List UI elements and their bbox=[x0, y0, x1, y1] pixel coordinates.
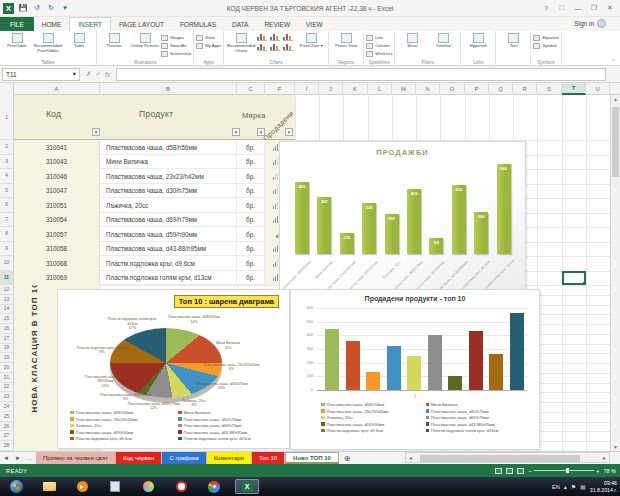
sales-bar[interactable] bbox=[295, 182, 309, 254]
row-header-17[interactable]: 17 bbox=[0, 334, 14, 344]
cell-code[interactable]: 310043 bbox=[14, 155, 100, 170]
column-header-A[interactable]: A bbox=[14, 83, 100, 95]
row-header-9[interactable]: 9 bbox=[0, 242, 14, 257]
cell-unit[interactable]: бр. bbox=[237, 227, 265, 242]
clock[interactable]: 09:46 31.8.2014 г. bbox=[590, 480, 617, 493]
column-header-F[interactable]: F bbox=[265, 83, 295, 95]
sign-in[interactable]: Sign in bbox=[574, 19, 606, 28]
taskbar-icon-paint[interactable] bbox=[136, 479, 160, 494]
ribbon-tab-home[interactable]: HOME bbox=[34, 17, 70, 31]
cell-product[interactable]: Пластмасова чаша, 23х23/h42мм bbox=[100, 169, 237, 184]
ribbon-button-column[interactable]: Column bbox=[366, 42, 392, 49]
cell-product[interactable]: Пластм.подложка кръг, d9.6см bbox=[100, 256, 237, 271]
top10-bar[interactable] bbox=[510, 313, 524, 390]
scroll-left-icon[interactable]: ◄ bbox=[408, 455, 413, 461]
ribbon-tab-data[interactable]: DATA bbox=[224, 17, 256, 31]
row-header-23[interactable]: 23 bbox=[0, 392, 14, 402]
cell-code[interactable]: 310069 bbox=[14, 271, 100, 286]
zoom-level[interactable]: 78 % bbox=[603, 468, 616, 474]
filter-dropdown-sold[interactable]: ▾ bbox=[285, 128, 293, 136]
cell-unit[interactable]: бр. bbox=[237, 256, 265, 271]
row-header-14[interactable]: 14 bbox=[0, 305, 14, 315]
tray-expand-icon[interactable]: ▴ bbox=[564, 483, 567, 490]
row-header-2[interactable]: 2 bbox=[0, 140, 14, 155]
cell-unit[interactable]: бр. bbox=[237, 184, 265, 199]
taskbar-icon-excel[interactable]: X bbox=[235, 479, 259, 494]
cell-code[interactable]: 310068 bbox=[14, 256, 100, 271]
page-break-view-icon[interactable] bbox=[517, 468, 524, 474]
sheet-tab-пример-за-червен-цвят[interactable]: Пример за червен цвят bbox=[36, 452, 116, 464]
column-header-J[interactable]: J bbox=[319, 83, 343, 95]
sales-bar[interactable] bbox=[497, 164, 511, 254]
horizontal-scrollbar[interactable]: ◄ ► bbox=[405, 452, 610, 463]
name-box-dropdown-icon[interactable]: ▾ bbox=[73, 70, 76, 78]
row-header-1[interactable]: 1 bbox=[0, 95, 14, 140]
chart-sales[interactable]: ПРОДАЖБИ450Пластмасова чаша, d58/h56мм35… bbox=[279, 141, 526, 293]
zoom-thumb[interactable] bbox=[566, 468, 569, 473]
ribbon-button-timeline[interactable]: Timeline bbox=[428, 32, 458, 49]
ribbon-button-my-apps[interactable]: My Apps bbox=[196, 42, 221, 49]
sheet-grid[interactable]: 1234567891011121314151617181920212223242… bbox=[0, 95, 620, 451]
cell-unit[interactable]: бр. bbox=[237, 198, 265, 213]
vertical-scrollbar[interactable]: ▲ ▼ bbox=[610, 95, 620, 451]
ribbon-button-screenshot[interactable]: Screenshot bbox=[161, 50, 191, 57]
collapse-ribbon-icon[interactable]: ⌃ bbox=[611, 58, 616, 65]
row-header-26[interactable]: 26 bbox=[0, 422, 14, 432]
row-header-27[interactable]: 27 bbox=[0, 431, 14, 441]
ribbon-button-text[interactable]: Text bbox=[498, 32, 528, 49]
chart-sold-top10[interactable]: Продадени продукти - топ 106005004003002… bbox=[290, 289, 540, 450]
column-header-M[interactable]: M bbox=[392, 83, 416, 95]
zoom-slider[interactable]: − + bbox=[528, 468, 599, 474]
row-header-15[interactable]: 15 bbox=[0, 314, 14, 324]
close-icon[interactable]: ✕ bbox=[602, 0, 618, 16]
row-header-21[interactable]: 21 bbox=[0, 373, 14, 383]
column-header-R[interactable]: R bbox=[513, 83, 537, 95]
column-header-B[interactable]: B bbox=[100, 83, 237, 95]
column-header-U[interactable]: U bbox=[586, 83, 610, 95]
minimize-icon[interactable]: — bbox=[570, 0, 586, 16]
scroll-up-icon[interactable]: ▲ bbox=[613, 96, 618, 102]
row-header-22[interactable]: 22 bbox=[0, 383, 14, 393]
taskbar-icon-start[interactable] bbox=[4, 479, 28, 494]
sheet-tab-с-графика[interactable]: С графика bbox=[162, 452, 206, 464]
page-layout-view-icon[interactable] bbox=[506, 468, 513, 474]
cell-code[interactable]: 310047 bbox=[14, 184, 100, 199]
cell-unit[interactable]: бр. bbox=[237, 213, 265, 228]
row-header-7[interactable]: 7 bbox=[0, 213, 14, 228]
taskbar-icon-explorer[interactable] bbox=[37, 479, 61, 494]
row-header-11[interactable]: 11 bbox=[0, 271, 14, 286]
area-chart-icon[interactable] bbox=[270, 44, 280, 51]
column-header-P[interactable]: P bbox=[465, 83, 489, 95]
cell-code[interactable]: 310051 bbox=[14, 198, 100, 213]
ribbon-button-smartart[interactable]: SmartArt bbox=[161, 42, 191, 49]
restore-icon[interactable]: ❐ bbox=[586, 0, 602, 16]
ribbon-tab-view[interactable]: VIEW bbox=[298, 17, 331, 31]
top10-bar[interactable] bbox=[366, 372, 380, 390]
cell-product[interactable]: Пластмасова чаша, d43-88/h95мм bbox=[100, 242, 237, 257]
cell-unit[interactable]: бр. bbox=[237, 169, 265, 184]
column-header-S[interactable]: S bbox=[537, 83, 562, 95]
top10-bar[interactable] bbox=[448, 376, 462, 390]
top10-bar[interactable] bbox=[346, 341, 360, 390]
column-header-O[interactable]: O bbox=[440, 83, 465, 95]
ribbon-tab-page-layout[interactable]: PAGE LAYOUT bbox=[111, 17, 172, 31]
top10-bar[interactable] bbox=[407, 356, 421, 390]
cell-product[interactable]: Пластмасова чаша, d59/h90мм bbox=[100, 227, 237, 242]
ribbon-display-options-icon[interactable]: ⛶ bbox=[554, 0, 570, 16]
more-sheets-icon[interactable]: … bbox=[24, 452, 36, 464]
cell-product[interactable]: Пластмасова чаша, d30/h75мм bbox=[100, 184, 237, 199]
cell-product[interactable]: Пластм.подложка голям кръг, d13см bbox=[100, 271, 237, 286]
previous-sheet-icon[interactable]: ◄ bbox=[0, 452, 12, 464]
vertical-scroll-thumb[interactable] bbox=[612, 107, 619, 177]
network-icon[interactable]: ▤ bbox=[580, 483, 586, 490]
ribbon-button-pivotchart[interactable]: PivotChart ▾ bbox=[296, 32, 326, 49]
formula-input[interactable] bbox=[116, 68, 606, 81]
zoom-in-icon[interactable]: + bbox=[596, 468, 600, 474]
top10-bar[interactable] bbox=[489, 354, 503, 390]
cell-product[interactable]: Пластмасова чаша, d69/h79мм bbox=[100, 213, 237, 228]
row-header-12[interactable]: 12 bbox=[0, 285, 14, 295]
cell-code[interactable]: 310057 bbox=[14, 227, 100, 242]
row-header-10[interactable]: 10 bbox=[0, 256, 14, 271]
cell-code[interactable]: 310058 bbox=[14, 242, 100, 257]
ribbon-button-online-pictures[interactable]: Online Pictures bbox=[130, 32, 160, 49]
